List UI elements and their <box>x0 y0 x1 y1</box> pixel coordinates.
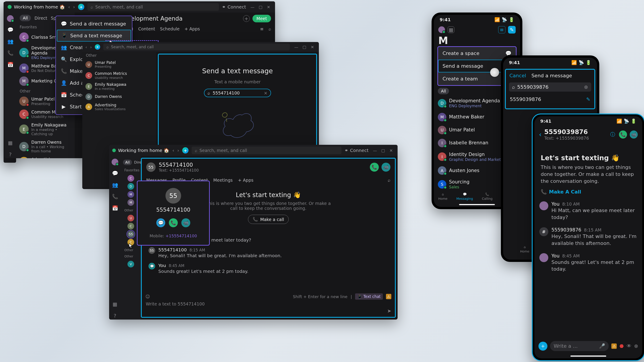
warning-icon[interactable]: ⚠ <box>611 344 617 349</box>
plus-button[interactable]: ＋ <box>182 147 188 153</box>
rail-help-icon[interactable]: ? <box>111 312 119 320</box>
tab-direct[interactable]: Direct <box>134 160 141 164</box>
list-item[interactable]: EEmily NakagawaIn a meeting <box>82 81 156 92</box>
list-item[interactable]: AAdvertisingSales Visualizations <box>16 155 75 158</box>
nav-fwd-icon[interactable]: › <box>90 45 92 49</box>
recipient-search[interactable]: ⌕ 5559039876 ⊗ <box>509 82 591 92</box>
send-icon[interactable]: ➤ <box>387 308 391 314</box>
rail-calling-icon[interactable]: 📞 <box>6 49 14 57</box>
list-item[interactable]: C <box>128 223 134 230</box>
nav-messaging[interactable]: 💬Messaging <box>456 192 473 200</box>
maximize-icon[interactable]: ▢ <box>301 45 308 49</box>
list-item[interactable]: DDarren OwensIn a call • Working from ho… <box>16 138 75 155</box>
rail-teams-icon[interactable]: 👥 <box>111 181 119 189</box>
close-icon[interactable]: ✕ <box>388 148 394 153</box>
meet-button[interactable]: Meet <box>252 15 271 22</box>
rail-apps-icon[interactable]: ▦ <box>6 139 14 147</box>
self-avatar[interactable] <box>438 26 445 33</box>
tab-all[interactable]: All <box>438 88 449 94</box>
filter-icon[interactable]: ≡ <box>260 26 264 31</box>
nav-home[interactable]: ⌂Home <box>438 192 448 200</box>
sms-number-input[interactable]: ⌕ 5554714100 × <box>204 89 271 97</box>
add-people-icon[interactable]: + <box>243 15 250 22</box>
menu-item-dm[interactable]: 💬Send a direct message <box>56 18 132 30</box>
compose-input[interactable]: Write a text to 5554714100 <box>145 300 391 308</box>
list-item[interactable]: V <box>128 261 134 268</box>
list-item[interactable]: CCommon MetricsUsability research <box>82 70 156 81</box>
nav-fwd-icon[interactable]: › <box>73 4 75 9</box>
rail-teams-icon[interactable]: 👥 <box>6 37 14 45</box>
clear-icon[interactable]: ⊗ <box>584 84 588 90</box>
audio-call-button[interactable]: 📞 <box>370 163 379 172</box>
presence-status[interactable]: Working from home 🏠 <box>8 4 65 9</box>
emoji-icon[interactable]: ☺ <box>145 294 150 299</box>
list-item[interactable]: U <box>128 215 134 221</box>
list-item[interactable]: C <box>128 175 134 182</box>
compose-button[interactable]: ✎ <box>508 26 516 33</box>
info-icon[interactable]: ⓘ <box>609 131 616 138</box>
self-avatar[interactable] <box>112 159 118 165</box>
nav-home[interactable]: ⌂Home <box>520 245 529 253</box>
list-item[interactable]: D <box>128 183 134 190</box>
space-tab-schedule[interactable]: Schedule <box>160 26 180 31</box>
global-search[interactable]: ⌕Search, meet, and call <box>192 147 342 154</box>
compose-input[interactable]: Write a … 🎤 <box>550 341 609 351</box>
grid-icon[interactable]: ▦ <box>448 26 454 33</box>
attach-button[interactable]: ＋ <box>538 342 548 351</box>
warning-icon[interactable]: ⚠ <box>386 294 391 299</box>
audio-call-button[interactable]: 📞 <box>619 130 627 139</box>
search-icon[interactable]: ⌕ <box>388 177 390 183</box>
connect-button[interactable]: ⚭Connect <box>222 4 246 9</box>
connect-button[interactable]: ⚭Connect <box>344 148 368 153</box>
list-item[interactable]: DDarren Owens <box>82 92 156 101</box>
list-item[interactable]: M <box>128 191 134 198</box>
alert-icon[interactable]: ⬣ <box>620 343 624 349</box>
rail-help-icon[interactable]: ? <box>6 151 14 158</box>
text-chat-badge[interactable]: 📱Text chat <box>355 293 383 300</box>
make-a-call-link[interactable]: 📞Make A Call <box>541 189 636 195</box>
nav-back-icon[interactable]: ‹ <box>68 4 70 9</box>
clear-icon[interactable]: × <box>264 90 268 95</box>
rail-meetings-icon[interactable]: 📅 <box>6 61 14 68</box>
list-item[interactable]: 55 <box>128 231 134 238</box>
plus-button[interactable]: ＋ <box>95 44 100 50</box>
global-search[interactable]: ⌕ Search, meet, and call <box>103 43 290 50</box>
back-icon[interactable]: ‹ <box>539 130 542 138</box>
nav-calling[interactable]: 📞Calling <box>482 192 492 200</box>
video-call-button[interactable]: 📹 <box>630 130 638 139</box>
video-call-button[interactable]: 📹 <box>181 218 190 227</box>
presence-status[interactable]: Working from home 🏠 <box>112 148 169 153</box>
nav-back-icon[interactable]: ‹ <box>172 148 174 153</box>
minimize-icon[interactable]: — <box>372 148 378 153</box>
search-result-row[interactable]: 5559039876 ✎ <box>506 92 594 106</box>
list-item[interactable]: AAdvertisingSales Visualizations <box>82 101 156 112</box>
plus-button[interactable]: ＋ <box>78 4 84 10</box>
message-button[interactable]: 💬 <box>156 218 165 227</box>
list-item[interactable]: M <box>128 199 134 206</box>
home-indicator[interactable] <box>570 356 606 357</box>
nav-back-icon[interactable]: ‹ <box>86 45 87 49</box>
home-indicator[interactable] <box>459 204 495 205</box>
space-tab-content[interactable]: Content <box>138 26 155 31</box>
tab-all[interactable]: All <box>123 160 132 165</box>
maximize-icon[interactable]: ▢ <box>257 5 264 9</box>
rail-meetings-icon[interactable]: 📅 <box>111 204 119 212</box>
minimize-icon[interactable]: — <box>249 5 256 9</box>
convo-tab-meetings[interactable]: Meetings <box>213 178 233 183</box>
search-in-space-icon[interactable]: ⌕ <box>268 26 271 31</box>
tab-direct[interactable]: Direct <box>34 16 47 20</box>
maximize-icon[interactable]: ▢ <box>380 148 386 153</box>
menu-item-sms[interactable]: 📱Send a text message <box>57 30 131 41</box>
filter-icon[interactable]: ≡ <box>498 26 505 33</box>
sms-compose-icon[interactable]: ✎ <box>586 96 590 102</box>
make-a-call-button[interactable]: 📞Make a call <box>248 215 289 224</box>
clear-icon[interactable]: ⊗ <box>634 343 638 349</box>
cancel-button[interactable]: Cancel <box>510 73 526 78</box>
rail-apps-icon[interactable]: ▦ <box>111 300 119 308</box>
mobile-link[interactable]: +15554714100 <box>166 234 197 238</box>
audio-call-button[interactable]: 📞 <box>169 218 178 227</box>
close-icon[interactable]: ✕ <box>265 5 272 9</box>
global-search[interactable]: ⌕ Search, meet, and call <box>88 3 219 11</box>
rail-messaging-icon[interactable]: 💬 <box>111 169 119 177</box>
rail-messaging-icon[interactable]: 💬 <box>6 26 14 33</box>
